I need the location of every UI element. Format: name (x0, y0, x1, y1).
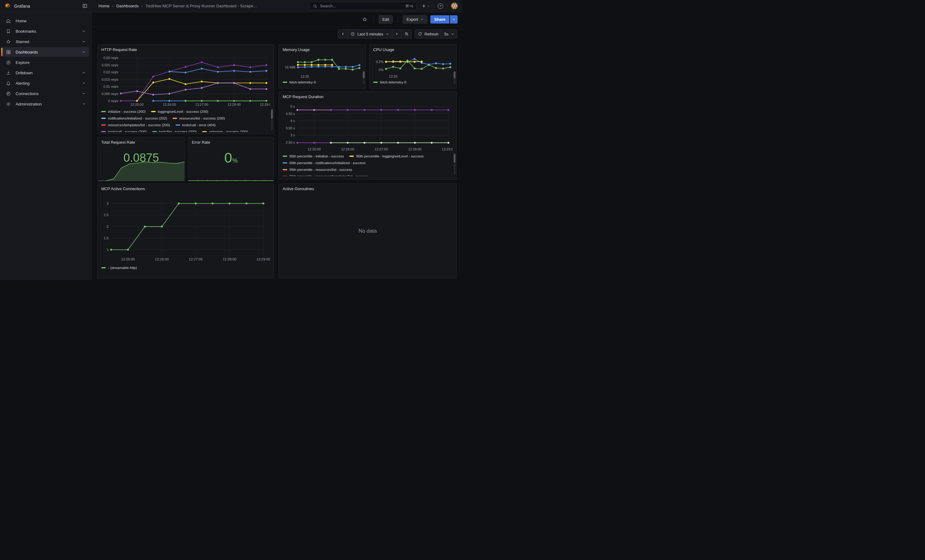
sidebar-item-home[interactable]: Home (3, 16, 89, 26)
svg-text:12:28:00: 12:28:00 (227, 103, 241, 107)
share-menu-button[interactable] (450, 15, 458, 24)
sidebar-item-dashboards[interactable]: Dashboards (3, 47, 89, 57)
panel-title[interactable]: Error Rate (192, 139, 210, 146)
legend-item[interactable]: tools/list - success (200) (152, 130, 197, 132)
sidebar-item-label: Drilldown (16, 71, 33, 75)
panel-title[interactable]: MCP Request Duration (283, 93, 323, 100)
breadcrumb-item[interactable]: Dashboards (116, 4, 139, 8)
error-rate-unit: % (232, 157, 238, 164)
svg-text:0.015 req/s: 0.015 req/s (102, 78, 119, 81)
legend-swatch (101, 118, 106, 119)
svg-text:2.50 s: 2.50 s (286, 141, 295, 144)
sidebar-item-drilldown[interactable]: Drilldown (3, 68, 89, 78)
svg-text:0.02 req/s: 0.02 req/s (103, 70, 118, 74)
favorite-star-icon[interactable] (362, 17, 368, 22)
legend-item[interactable]: unknown - success (200) (202, 130, 248, 132)
refresh-interval-picker[interactable]: 5s (441, 30, 457, 38)
svg-text:12:25: 12:25 (389, 75, 398, 78)
cpu-usage-chart[interactable]: 0.2%0%12:25 (373, 53, 453, 78)
grafana-logo-icon (4, 3, 11, 9)
time-range-picker[interactable]: Last 5 minutes (348, 30, 392, 38)
sidebar-item-label: Dashboards (16, 50, 38, 54)
refresh-button[interactable]: Refresh (415, 30, 442, 38)
svg-text:12:29:00: 12:29:00 (257, 257, 270, 261)
legend-scrollbar-thumb[interactable] (363, 72, 365, 78)
panel-http-request-rate: HTTP Request Rate 0 req/s0.005 req/s0.01… (97, 44, 274, 134)
compass-icon (6, 60, 11, 65)
sidebar-item-label: Administration (16, 102, 42, 107)
sidebar-item-starred[interactable]: Starred (3, 37, 89, 47)
legend-swatch (173, 118, 177, 119)
chevron-down-icon[interactable] (82, 92, 86, 95)
time-controls: Last 5 minutes Refresh 5s (338, 29, 457, 39)
legend-item[interactable]: resources/list - success (200) (173, 116, 225, 120)
panel-title[interactable]: MCP Active Connections (101, 186, 145, 192)
time-shift-back-button[interactable] (338, 30, 348, 38)
edit-button[interactable]: Edit (379, 15, 393, 24)
legend-item[interactable]: notifications/initialized - success (202… (101, 116, 167, 120)
legend-item[interactable]: 95th percentile - resources/list - succe… (283, 168, 352, 171)
legend-item[interactable]: initialize - success (200) (101, 110, 146, 113)
legend-scrollbar-thumb[interactable] (271, 110, 273, 119)
legend-scrollbar-thumb[interactable] (453, 154, 455, 163)
avatar[interactable] (451, 3, 458, 9)
chevron-down-icon[interactable] (82, 50, 86, 54)
chevron-down-icon[interactable] (82, 102, 86, 106)
svg-text:12:25:00: 12:25:00 (121, 257, 135, 261)
chevron-down-icon[interactable] (82, 81, 86, 85)
svg-text:12:27:00: 12:27:00 (195, 103, 208, 107)
memory-usage-chart[interactable]: 16 MiB12:25 (283, 53, 362, 78)
sidebar-toggle-icon[interactable] (82, 3, 87, 9)
share-button[interactable]: Share (430, 15, 449, 24)
panel-title[interactable]: Total Request Rate (101, 139, 135, 146)
zoom-out-button[interactable] (402, 30, 411, 38)
legend-item[interactable]: 95th percentile - resources/templates/li… (283, 174, 368, 176)
legend-scrollbar-thumb[interactable] (453, 72, 455, 78)
sidebar-item-bookmarks[interactable]: Bookmarks (3, 26, 89, 36)
chevron-down-icon[interactable] (82, 29, 86, 33)
search-input[interactable] (320, 4, 402, 8)
legend-item[interactable]: 95th percentile - initialize - success (283, 155, 344, 158)
sidebar-item-explore[interactable]: Explore (3, 57, 89, 67)
sidebar-item-alerting[interactable]: Alerting (3, 78, 89, 88)
sidebar-item-connections[interactable]: Connections (3, 89, 89, 98)
legend-item[interactable]: logging/setLevel - success (200) (151, 110, 208, 113)
drilldown-icon (6, 70, 11, 75)
legend-item[interactable]: - (streamable-http) (101, 266, 137, 270)
mcp-request-duration-chart[interactable]: 5 s4.50 s4 s3.50 s3 s2.50 s12:25:0012:26… (283, 100, 453, 152)
legend-item[interactable]: tools/call - error (404) (176, 123, 215, 127)
panel-title[interactable]: Memory Usage (283, 47, 310, 53)
legend-label: 95th percentile - resources/list - succe… (289, 168, 352, 171)
svg-text:16 MiB: 16 MiB (285, 65, 295, 69)
error-rate-sparkline[interactable] (188, 177, 273, 181)
svg-text:12:25:00: 12:25:00 (130, 103, 143, 107)
memory-legend: fetch-telemetry-0 (283, 79, 362, 85)
chevron-down-icon[interactable] (82, 71, 86, 75)
legend-item[interactable]: fetch-telemetry-0 (373, 80, 406, 84)
legend-swatch (283, 169, 287, 170)
breadcrumb-item[interactable]: Home (98, 4, 110, 8)
legend-label: unknown - success (200) (209, 130, 248, 132)
help-button[interactable]: ? (438, 3, 443, 9)
legend-item[interactable]: resources/templates/list - success (200) (101, 123, 170, 127)
legend-swatch (350, 156, 354, 157)
http-request-rate-chart[interactable]: 0 req/s0.005 req/s0.01 req/s0.015 req/s0… (101, 53, 270, 108)
legend-item[interactable]: 95th percentile - notifications/initiali… (283, 161, 366, 165)
add-button[interactable] (422, 4, 430, 8)
panel-cpu-usage: CPU Usage 0.2%0%12:25 fetch-telemetry-0 (369, 44, 457, 89)
refresh-icon (418, 32, 422, 36)
sidebar-item-administration[interactable]: Administration (3, 99, 89, 109)
search-box[interactable]: ⌘+k (309, 2, 417, 10)
chevron-down-icon (451, 32, 454, 36)
legend-item[interactable]: 95th percentile - logging/setLevel - suc… (350, 155, 424, 158)
panel-title[interactable]: Active Goroutines (283, 186, 314, 192)
time-shift-forward-button[interactable] (392, 30, 402, 38)
mcp-active-connections-chart[interactable]: 32.521.5112:25:0012:26:0012:27:0012:28:0… (101, 192, 270, 264)
legend-item[interactable]: fetch-telemetry-0 (283, 80, 316, 84)
legend-item[interactable]: tools/call - success (200) (101, 130, 147, 132)
time-range-group: Last 5 minutes (338, 29, 412, 39)
export-button[interactable]: Export (403, 15, 427, 24)
panel-title[interactable]: HTTP Request Rate (101, 47, 137, 53)
chevron-down-icon[interactable] (82, 40, 86, 44)
panel-title[interactable]: CPU Usage (373, 47, 394, 53)
